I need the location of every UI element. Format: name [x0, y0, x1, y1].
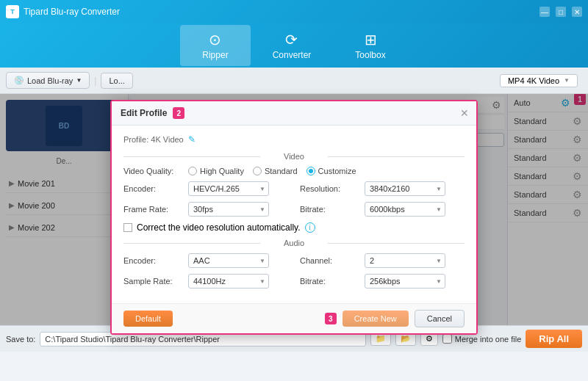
audio-bitrate-select-wrapper: 256kbps [365, 274, 445, 289]
info-icon[interactable]: i [305, 222, 315, 233]
quality-high-option[interactable]: High Quality [188, 167, 244, 175]
audio-bitrate-group: Bitrate: 256kbps [300, 274, 465, 289]
merge-checkbox-label: Merge into one file [442, 334, 522, 344]
audio-encoder-channel-row: Encoder: AAC Channel: 2 [123, 253, 465, 268]
encoder-group: Encoder: HEVC/H.265 [123, 181, 288, 196]
edit-profile-modal: Edit Profile 2 ✕ Profile: 4K Video ✎ Vid… [110, 100, 478, 335]
quality-customize-option[interactable]: Customize [306, 167, 356, 175]
window-controls: — □ ✕ [539, 7, 582, 17]
rip-all-button[interactable]: Rip All [526, 330, 582, 348]
format-selector[interactable]: MP4 4K Video ▼ [500, 74, 578, 87]
auto-correct-row: Correct the video resolution automatical… [123, 222, 465, 233]
toolbar: ⊙ Ripper ⟳ Converter ⊞ Toolbox [0, 23, 588, 68]
audio-encoder-select-wrapper: AAC [188, 253, 269, 268]
audio-section-title: Audio [123, 239, 465, 247]
modal-header: Edit Profile 2 ✕ [112, 101, 476, 126]
modal-title: Edit Profile [121, 108, 167, 118]
modal-body: Profile: 4K Video ✎ Video Video Quality:… [112, 126, 476, 303]
quality-high-radio[interactable] [188, 167, 197, 175]
app-logo: T [6, 5, 19, 18]
tab-ripper-label: Ripper [202, 50, 228, 60]
auto-correct-checkbox[interactable] [123, 223, 132, 232]
audio-encoder-label: Encoder: [123, 256, 182, 265]
format-selector-label: MP4 4K Video [508, 76, 559, 85]
quality-standard-label: Standard [265, 167, 298, 175]
quality-customize-dot [309, 169, 313, 173]
quality-standard-radio[interactable] [253, 167, 262, 175]
modal-footer: Default 3 Create New Cancel [112, 303, 476, 333]
audio-encoder-select[interactable]: AAC [188, 253, 269, 268]
framerate-select-wrapper: 30fps [188, 202, 269, 217]
quality-customize-radio[interactable] [306, 167, 315, 175]
toolbox-icon: ⊞ [365, 31, 377, 48]
auto-correct-label: Correct the video resolution automatical… [137, 222, 301, 233]
encoder-resolution-row: Encoder: HEVC/H.265 Resolution: 3840x216… [123, 181, 465, 196]
minimize-button[interactable]: — [539, 7, 550, 17]
cancel-button[interactable]: Cancel [415, 310, 465, 327]
bitrate-select[interactable]: 6000kbps [365, 202, 445, 217]
merge-label: Merge into one file [455, 335, 522, 344]
bitrate-select-wrapper: 6000kbps [365, 202, 445, 217]
quality-customize-label: Customize [318, 167, 356, 175]
load-other-label: Lo... [109, 76, 124, 85]
save-to-label: Save to: [6, 335, 35, 344]
channel-group: Channel: 2 [300, 253, 465, 268]
profile-label: Profile: 4K Video [123, 135, 184, 144]
audio-encoder-group: Encoder: AAC [123, 253, 288, 268]
tab-converter[interactable]: ⟳ Converter [251, 25, 334, 66]
framerate-label: Frame Rate: [123, 205, 182, 214]
samplerate-group: Sample Rate: 44100Hz [123, 274, 288, 289]
channel-select[interactable]: 2 [365, 253, 445, 268]
maximize-button[interactable]: □ [556, 7, 566, 17]
tab-ripper[interactable]: ⊙ Ripper [180, 25, 250, 66]
framerate-select[interactable]: 30fps [188, 202, 269, 217]
quality-high-label: High Quality [200, 167, 244, 175]
samplerate-select[interactable]: 44100Hz [188, 274, 269, 289]
badge-2: 2 [173, 107, 184, 119]
action-bar: 💿 Load Blu-ray ▼ | Lo... MP4 4K Video ▼ [0, 68, 588, 94]
resolution-select-wrapper: 3840x2160 [365, 181, 445, 196]
ripper-icon: ⊙ [209, 31, 221, 48]
tab-toolbox-label: Toolbox [355, 50, 385, 60]
quality-radio-group: High Quality Standard Customize [188, 167, 356, 175]
audio-bitrate-label: Bitrate: [300, 277, 359, 286]
profile-row: Profile: 4K Video ✎ [123, 134, 465, 145]
samplerate-select-wrapper: 44100Hz [188, 274, 269, 289]
resolution-select[interactable]: 3840x2160 [365, 181, 445, 196]
format-selector-dropdown-icon: ▼ [564, 77, 570, 84]
modal-overlay: Edit Profile 2 ✕ Profile: 4K Video ✎ Vid… [0, 94, 588, 325]
badge-3: 3 [325, 313, 337, 324]
merge-checkbox[interactable] [442, 334, 452, 344]
converter-icon: ⟳ [285, 31, 298, 48]
tab-converter-label: Converter [273, 50, 312, 60]
encoder-select[interactable]: HEVC/H.265 [188, 181, 269, 196]
samplerate-audiobitrate-row: Sample Rate: 44100Hz Bitrate: 256kbps [123, 274, 465, 289]
resolution-label: Resolution: [300, 184, 359, 193]
video-quality-row: Video Quality: High Quality Standard [123, 167, 465, 175]
main-area: BD De... ▶ Movie 201 ✎ ▶ Movie 200 ✎ ▶ M… [0, 94, 588, 325]
modal-close-button[interactable]: ✕ [460, 107, 469, 119]
encoder-select-wrapper: HEVC/H.265 [188, 181, 269, 196]
load-bluray-label: Load Blu-ray [27, 76, 73, 85]
create-new-button[interactable]: Create New [343, 311, 409, 327]
footer-right-buttons: 3 Create New Cancel [325, 310, 465, 327]
framerate-group: Frame Rate: 30fps [123, 202, 288, 217]
audio-bitrate-select[interactable]: 256kbps [365, 274, 445, 289]
channel-select-wrapper: 2 [365, 253, 445, 268]
encoder-label: Encoder: [123, 184, 182, 193]
load-other-button[interactable]: Lo... [101, 73, 132, 89]
titlebar: T Tipard Blu-ray Converter — □ ✕ [0, 0, 588, 23]
default-button[interactable]: Default [123, 311, 173, 327]
close-button[interactable]: ✕ [572, 7, 582, 17]
tab-toolbox[interactable]: ⊞ Toolbox [333, 25, 407, 66]
load-bluray-button[interactable]: 💿 Load Blu-ray ▼ [6, 72, 90, 89]
video-section-title: Video [123, 152, 465, 161]
bitrate-label: Bitrate: [300, 205, 359, 214]
channel-label: Channel: [300, 256, 359, 265]
framerate-bitrate-row: Frame Rate: 30fps Bitrate: 6000kbps [123, 202, 465, 217]
profile-edit-icon[interactable]: ✎ [188, 134, 196, 145]
quality-standard-option[interactable]: Standard [253, 167, 298, 175]
resolution-group: Resolution: 3840x2160 [300, 181, 465, 196]
disc-icon: 💿 [14, 76, 24, 85]
load-bluray-dropdown-icon: ▼ [76, 77, 82, 84]
